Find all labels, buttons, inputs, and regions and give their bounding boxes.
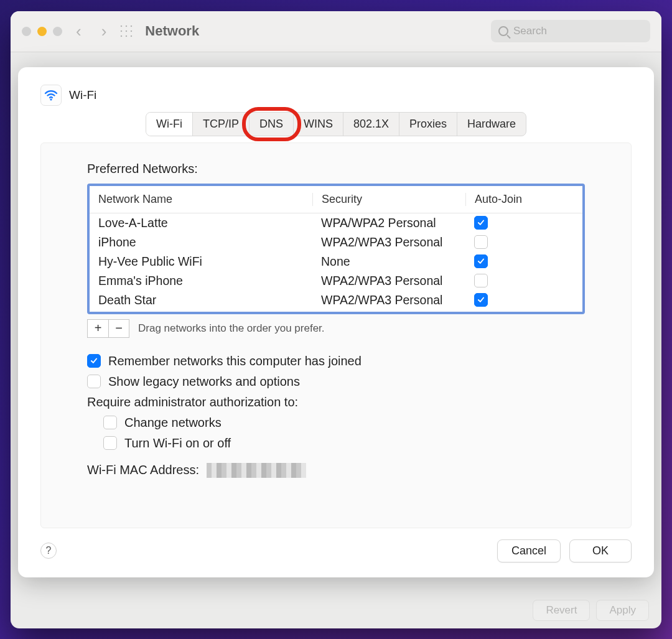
cell-network-name: Love-A-Latte (90, 216, 312, 230)
traffic-zoom-icon[interactable] (53, 27, 62, 36)
cell-network-name: Death Star (90, 293, 312, 307)
tab-wifi[interactable]: Wi-Fi (146, 113, 193, 136)
all-prefs-grid-icon[interactable] (119, 24, 134, 39)
remember-networks-checkbox[interactable] (87, 354, 101, 368)
mac-address-value-redacted (207, 463, 306, 478)
remove-network-button[interactable]: − (108, 319, 129, 338)
auth-change-label: Change networks (124, 416, 222, 430)
table-row[interactable]: Death StarWPA2/WPA3 Personal (90, 291, 582, 310)
window-title: Network (145, 23, 199, 39)
remember-networks-label: Remember networks this computer has join… (108, 354, 362, 368)
search-icon (498, 26, 508, 36)
svg-point-0 (50, 98, 52, 100)
cell-security: WPA/WPA2 Personal (312, 216, 465, 230)
table-row[interactable]: Love-A-LatteWPA/WPA2 Personal (90, 213, 582, 233)
tab-bar: Wi-FiTCP/IPDNSWINS802.1XProxiesHardware (146, 112, 526, 136)
wifi-icon (40, 85, 62, 106)
mac-address-label: Wi-Fi MAC Address: (87, 463, 199, 477)
auto-join-checkbox[interactable] (474, 235, 488, 249)
help-button[interactable]: ? (40, 543, 57, 559)
window-titlebar: ‹ › Network Search (11, 11, 661, 52)
legacy-networks-label: Show legacy networks and options (108, 375, 300, 389)
tab-hardware[interactable]: Hardware (457, 113, 526, 136)
traffic-lights (22, 27, 62, 36)
cell-security: None (312, 254, 465, 269)
tab-tcpip[interactable]: TCP/IP (193, 113, 250, 136)
table-row[interactable]: Emma's iPhoneWPA2/WPA3 Personal (90, 271, 582, 291)
sheet-title: Wi-Fi (69, 88, 96, 102)
wifi-advanced-sheet: Wi-Fi Wi-FiTCP/IPDNSWINS802.1XProxiesHar… (18, 67, 654, 577)
auto-join-checkbox[interactable] (474, 254, 488, 268)
cell-security: WPA2/WPA3 Personal (312, 293, 465, 307)
apply-button[interactable]: Apply (596, 600, 649, 621)
auth-change-checkbox[interactable] (103, 416, 117, 429)
drag-hint-label: Drag networks into the order you prefer. (138, 322, 325, 335)
auth-toggle-label: Turn Wi-Fi on or off (124, 436, 231, 450)
column-header-network-name[interactable]: Network Name (90, 193, 312, 206)
ok-button[interactable]: OK (569, 539, 632, 562)
auth-toggle-checkbox[interactable] (103, 436, 117, 450)
column-header-security[interactable]: Security (312, 193, 465, 206)
table-row[interactable]: iPhoneWPA2/WPA3 Personal (90, 233, 582, 252)
tab-8021x[interactable]: 802.1X (343, 113, 399, 136)
search-input[interactable]: Search (491, 20, 650, 42)
tab-wins[interactable]: WINS (294, 113, 343, 136)
nav-arrows: ‹ › (76, 23, 106, 39)
table-row[interactable]: Hy-Vee Public WiFiNone (90, 252, 582, 271)
nav-forward-icon[interactable]: › (101, 23, 107, 39)
traffic-minimize-icon[interactable] (37, 27, 47, 36)
cell-security: WPA2/WPA3 Personal (312, 274, 465, 288)
auto-join-checkbox[interactable] (474, 216, 488, 230)
cell-security: WPA2/WPA3 Personal (312, 235, 465, 250)
legacy-networks-checkbox[interactable] (87, 375, 101, 388)
add-network-button[interactable]: + (87, 319, 108, 338)
cell-network-name: Hy-Vee Public WiFi (90, 254, 312, 269)
auto-join-checkbox[interactable] (474, 293, 488, 307)
column-header-auto-join[interactable]: Auto-Join (465, 193, 582, 206)
preferred-networks-table[interactable]: Network Name Security Auto-Join Love-A-L… (87, 184, 585, 314)
cell-network-name: iPhone (90, 235, 312, 250)
nav-back-icon[interactable]: ‹ (76, 23, 82, 39)
admin-auth-header: Require administrator authorization to: (87, 395, 585, 409)
tab-proxies[interactable]: Proxies (399, 113, 457, 136)
cell-network-name: Emma's iPhone (90, 274, 312, 288)
preferred-networks-label: Preferred Networks: (87, 162, 585, 176)
search-placeholder: Search (513, 25, 547, 37)
revert-button[interactable]: Revert (533, 600, 590, 621)
auto-join-checkbox[interactable] (474, 274, 488, 287)
cancel-button[interactable]: Cancel (497, 539, 561, 562)
tab-dns[interactable]: DNS (250, 113, 294, 136)
traffic-close-icon[interactable] (22, 27, 31, 36)
network-preferences-window: ‹ › Network Search Revert Apply Wi-Fi (11, 11, 661, 628)
